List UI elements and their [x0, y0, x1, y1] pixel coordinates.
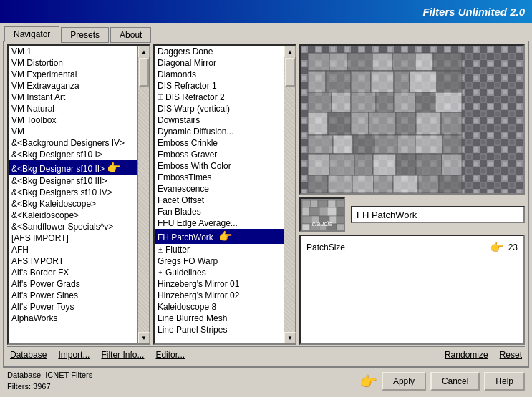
svg-rect-20 [437, 71, 462, 92]
svg-rect-32 [396, 112, 416, 135]
list-item[interactable]: VM [9, 126, 137, 137]
list-item[interactable]: &<Sandflower Specials^v> [9, 221, 137, 232]
filter-item-group[interactable]: +Flutter [155, 244, 284, 255]
list-item[interactable]: &<Background Designers IV> [9, 137, 137, 149]
filter-item[interactable]: DIS Warp (vertical) [155, 103, 284, 114]
filter-item[interactable]: Emboss With Color [155, 160, 284, 172]
filter-item[interactable]: Diagonal Mirror [155, 57, 284, 69]
svg-rect-71 [337, 216, 345, 224]
scroll-thumb[interactable] [285, 58, 295, 87]
svg-rect-38 [374, 135, 397, 154]
filters-label: Filters: [7, 382, 31, 391]
scroll-up-btn[interactable]: ▲ [284, 46, 296, 57]
svg-rect-37 [353, 135, 374, 154]
list-item[interactable]: &<Kaleidoscope> [9, 210, 137, 221]
param-drag-icon[interactable]: 👉 [490, 240, 504, 254]
reset-button[interactable]: Reset [497, 350, 525, 360]
filter-item[interactable]: DIS Refractor 1 [155, 80, 284, 92]
help-button[interactable]: Help [484, 372, 525, 391]
list-item[interactable]: Alf's Power Toys [9, 301, 137, 313]
action-buttons: 👉 Apply Cancel Help [359, 372, 525, 391]
list-item[interactable]: Alf's Power Grads [9, 278, 137, 290]
list-item[interactable]: AFH [9, 244, 137, 255]
filter-item[interactable]: Emboss Crinkle [155, 137, 284, 149]
tab-navigator[interactable]: Navigator [4, 26, 59, 42]
list-item[interactable]: Alf's Border FX [9, 267, 137, 278]
filter-item[interactable]: FFU Edge Average... [155, 217, 284, 229]
list-item[interactable]: &<Bkg Kaleidoscope> [9, 198, 137, 210]
filter-item[interactable]: Diamonds [155, 69, 284, 80]
svg-rect-27 [435, 92, 462, 112]
filter-item[interactable]: Facet Offset [155, 195, 284, 206]
svg-rect-50 [328, 175, 352, 193]
group-expand-icon[interactable]: + [158, 247, 163, 253]
filter-item-group[interactable]: +Guidelines [155, 267, 284, 278]
filter-item[interactable]: Fan Blades [155, 206, 284, 217]
params-area: PatchSize 👉 23 [299, 235, 525, 345]
group-expand-icon[interactable]: + [158, 94, 163, 100]
category-scrollbar[interactable]: ▲ ▼ [137, 46, 149, 343]
filter-item[interactable]: EmbossTimes [155, 172, 284, 183]
svg-rect-72 [302, 224, 310, 232]
filter-item-group[interactable]: +DIS Refractor 2 [155, 92, 284, 103]
svg-rect-64 [319, 207, 327, 216]
list-item[interactable]: AlphaWorks [9, 313, 137, 324]
tab-presets[interactable]: Presets [61, 27, 109, 43]
filter-name-display: FH PatchWork [351, 206, 525, 223]
svg-rect-57 [302, 200, 311, 207]
scroll-up-btn[interactable]: ▲ [138, 46, 150, 57]
filter-item[interactable]: Emboss Graver [155, 149, 284, 160]
list-item[interactable]: [AFS IMPORT] [9, 232, 137, 244]
filter-item[interactable]: Gregs FO Warp [155, 255, 284, 267]
list-item[interactable]: VM Experimental [9, 69, 137, 80]
scroll-thumb[interactable] [139, 58, 149, 87]
filter-item[interactable]: Hinzeberg's Mirror 02 [155, 290, 284, 301]
apply-button[interactable]: Apply [382, 372, 426, 391]
svg-rect-58 [311, 200, 318, 207]
database-button[interactable]: Database [7, 350, 49, 360]
list-item[interactable]: VM Instant Art [9, 92, 137, 103]
filter-item[interactable]: Evanescence [155, 183, 284, 195]
filter-item[interactable]: Dynamic Diffusion... [155, 126, 284, 137]
category-list: VM 1 VM Distortion VM Experimental VM Ex… [9, 46, 137, 343]
group-expand-icon[interactable]: + [158, 270, 163, 275]
svg-rect-53 [393, 175, 418, 193]
filter-scrollbar[interactable]: ▲ ▼ [284, 46, 295, 343]
filter-item[interactable]: Daggers Done [155, 46, 284, 57]
list-item-selected[interactable]: &<Bkg Designer sf10 II> 👉 [9, 160, 137, 175]
filter-info-button[interactable]: Filter Info... [98, 350, 147, 360]
right-panel: claudia FH PatchWork PatchSize 👉 23 [299, 44, 525, 345]
list-item[interactable]: VM 1 [9, 46, 137, 57]
scroll-down-btn[interactable]: ▼ [284, 332, 296, 343]
svg-rect-54 [418, 175, 439, 193]
list-item[interactable]: VM Extravaganza [9, 80, 137, 92]
cancel-button[interactable]: Cancel [430, 372, 480, 391]
svg-rect-46 [396, 154, 416, 175]
scroll-down-btn[interactable]: ▼ [138, 332, 150, 343]
tab-bar: Navigator Presets About [3, 26, 529, 41]
param-label: PatchSize [306, 242, 345, 253]
filter-item[interactable]: Hinzeberg's Mirror 01 [155, 278, 284, 290]
tab-about[interactable]: About [110, 27, 151, 43]
filter-item[interactable]: Line Panel Stripes [155, 324, 284, 335]
import-button[interactable]: Import... [55, 350, 92, 360]
filter-item-selected[interactable]: FH PatchWork 👉 [155, 229, 284, 244]
svg-rect-49 [308, 175, 328, 193]
list-item[interactable]: &<Bkg Designer sf10 I> [9, 149, 137, 160]
list-item[interactable]: &<Bkg Designer sf10 III> [9, 175, 137, 187]
list-item[interactable]: Alf's Power Sines [9, 290, 137, 301]
randomize-button[interactable]: Randomize [442, 350, 491, 360]
list-item[interactable]: VM Toolbox [9, 114, 137, 126]
list-item[interactable]: &<Bkg Designers sf10 IV> [9, 187, 137, 198]
svg-rect-31 [369, 112, 396, 135]
filter-item[interactable]: Downstairs [155, 114, 284, 126]
list-item[interactable]: AFS IMPORT [9, 255, 137, 267]
editor-button[interactable]: Editor... [153, 350, 188, 360]
filter-item[interactable]: Line Blurred Mesh [155, 313, 284, 324]
svg-rect-28 [308, 112, 328, 135]
database-value: ICNET-Filters [45, 371, 92, 379]
list-item[interactable]: VM Natural [9, 103, 137, 114]
list-item[interactable]: VM Distortion [9, 57, 137, 69]
filter-item[interactable]: Kaleidoscope 8 [155, 301, 284, 313]
svg-rect-23 [351, 92, 376, 112]
